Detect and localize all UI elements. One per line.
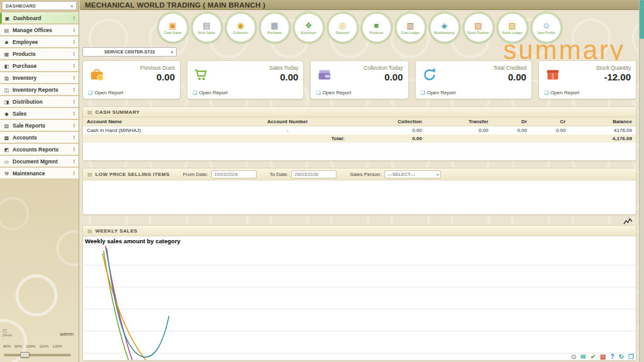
stat-card-label: Collection Today <box>364 65 402 71</box>
main-area: MECHANICAL WORLD TRADING ( MAIN BRANCH )… <box>80 0 639 362</box>
bookkeeping-button[interactable]: ◈ Bookkeeping <box>430 13 459 42</box>
menu-item-icon: ◩ <box>3 147 10 153</box>
chart-icon-row <box>80 215 639 225</box>
statusbar-icons: ⊙ ✉ ✔ ▤ ? ↻ ❒ <box>571 353 634 360</box>
low-price-items-panel: ▤ LOW PRICE SELLING ITEMS From Date: To … <box>82 168 636 215</box>
expand-arrows-icon: ▲▼ <box>73 16 75 21</box>
service-center-value: SERVICE CENTER-ST23 <box>104 50 155 54</box>
stat-cards-row: Previous Dues 0.00 ❏ Open Report <box>82 60 636 99</box>
sidebar-item-purchase[interactable]: ◧ Purchase ▲▼ <box>0 60 79 72</box>
menu-item-label: Document Mgmnt <box>13 158 58 165</box>
open-report-link[interactable]: ❏ Open Report <box>544 90 579 96</box>
sidebar-item-accounts[interactable]: ▩ Accounts ▲▼ <box>0 132 79 143</box>
sidebar-item-sales[interactable]: ◆ Sales ▲▼ <box>0 108 79 119</box>
open-report-link[interactable]: ❏ Open Report <box>192 90 228 96</box>
menu-item-label: Accounts Reports <box>13 146 58 153</box>
purchase-button[interactable]: ▦ Purchase <box>260 13 289 42</box>
zoom-label[interactable]: 100% <box>26 344 35 348</box>
menu-item-icon: ☻ <box>3 40 10 45</box>
zoom-slider[interactable] <box>4 354 71 356</box>
expenses-button[interactable]: ❖ Expenses <box>294 13 323 42</box>
refresh-icon[interactable]: ↻ <box>619 353 624 360</box>
zoom-label[interactable]: 90% <box>14 344 22 348</box>
menu-item-icon: ▥ <box>3 75 10 81</box>
sidebar-menu: ▣ Dashboard ▲▼ ▤ Manage Offices ▲▼ ☻ Emp… <box>0 13 79 179</box>
sidebar-item-accounts-reports[interactable]: ◩ Accounts Reports ▲▼ <box>0 144 79 155</box>
open-report-link[interactable]: ❏ Open Report <box>88 90 123 96</box>
zoom-label[interactable]: 80% <box>3 344 11 348</box>
from-date-label: From Date: <box>183 172 208 177</box>
quick-action-icon: ☺ <box>542 21 550 30</box>
from-date-input[interactable] <box>211 170 257 178</box>
print-icon[interactable]: ▤ <box>600 353 606 360</box>
expand-arrows-icon: ▲▼ <box>73 123 75 128</box>
sidebar-item-dashboard[interactable]: ▣ Dashboard ▲▼ <box>0 13 79 24</box>
zoom-slider-thumb[interactable] <box>20 352 30 358</box>
cell-dr: 0.00 <box>492 126 531 135</box>
zoom-label[interactable]: 110% <box>39 344 48 348</box>
panel-empty-space <box>83 143 636 160</box>
user-profile-button[interactable]: ☺ User Profile <box>532 13 561 42</box>
line-chart-icon[interactable] <box>623 218 633 225</box>
sales-person-select[interactable]: ---SELECT--- ▾ <box>384 170 441 178</box>
menu-item-label: Employee <box>13 39 38 45</box>
series-orange <box>103 253 146 360</box>
help-icon[interactable]: ? <box>611 353 614 360</box>
menu-item-label: Accounts <box>13 134 37 141</box>
collection-button[interactable]: ◉ Collection <box>226 13 255 42</box>
stat-card-value: 0.00 <box>140 72 175 82</box>
quick-action-label: Collection <box>233 31 248 35</box>
scrollbar-thumb[interactable] <box>640 0 644 39</box>
stat-card-value: -12.00 <box>596 72 631 82</box>
multi-sales-button[interactable]: ▤ Multi Sales <box>192 13 221 42</box>
stat-card-label: Stock Quantity <box>596 65 631 71</box>
sidebar-item-distribution[interactable]: ◨ Distribution ▲▼ <box>0 96 79 107</box>
vertical-scrollbar[interactable] <box>639 0 644 362</box>
fullscreen-icon[interactable]: ❒ <box>628 353 634 360</box>
quick-action-icon: ◈ <box>441 21 448 30</box>
grid-icon: ▤ <box>87 109 92 115</box>
sidebar-item-sale-reports[interactable]: ▧ Sale Reports ▲▼ <box>0 120 79 131</box>
sidebar-item-inventory[interactable]: ▥ Inventory ▲▼ <box>0 72 79 84</box>
menu-item-label: Manage Offices <box>13 27 52 33</box>
sidebar-item-inventory-reports[interactable]: ◫ Inventory Reports ▲▼ <box>0 84 79 96</box>
cash-summary-panel: ▤ CASH SUMMARY Account NameAccount Numbe… <box>82 106 636 161</box>
open-report-link[interactable]: ❏ Open Report <box>316 90 351 96</box>
sidebar-item-manage-offices[interactable]: ▤ Manage Offices ▲▼ <box>0 25 79 36</box>
report-icon: ❏ <box>192 90 197 96</box>
sidebar-module-select[interactable]: DASHBOARD ▾ <box>2 1 77 10</box>
cust-ledger-button[interactable]: ▥ Cust.Ledger <box>396 13 425 42</box>
stat-card-label: Total Credited <box>493 65 526 71</box>
menu-item-icon: ◧ <box>3 63 10 69</box>
power-icon[interactable]: ⊙ <box>571 353 576 360</box>
stock-ledger-button[interactable]: ▨ Stock Ledger <box>498 13 527 42</box>
report-icon: ❏ <box>316 90 320 96</box>
quick-action-label: Stock Ledger <box>502 31 522 35</box>
zoom-label[interactable]: 120% <box>52 344 62 348</box>
open-report-link[interactable]: ❏ Open Report <box>421 90 456 96</box>
service-center-select[interactable]: SERVICE CENTER-ST23 ▾ <box>82 47 177 57</box>
quick-action-icon: ▤ <box>203 21 210 30</box>
table-total-row: Total: 0.00 4,176.09 <box>83 134 636 143</box>
to-date-input[interactable] <box>291 170 336 178</box>
quick-action-icon: ▥ <box>406 21 414 30</box>
quick-action-icon: ▣ <box>169 21 176 30</box>
cash-sales-button[interactable]: ▣ Cash Sales <box>158 13 187 42</box>
report-icon: ❏ <box>421 90 425 96</box>
discount-button[interactable]: ◎ Discount <box>328 13 357 42</box>
stock-position-button[interactable]: ▧ Stock Position <box>464 13 493 42</box>
sidebar-item-maintenance[interactable]: ⚒ Maintenance ▲▼ <box>0 168 79 179</box>
quick-action-label: Expenses <box>301 31 316 35</box>
check-icon[interactable]: ✔ <box>591 353 596 360</box>
sidebar-item-employee[interactable]: ☻ Employee ▲▼ <box>0 36 79 48</box>
products-button[interactable]: ■ Products <box>362 13 391 42</box>
sidebar-item-document-mgmnt[interactable]: ▭ Document Mgmnt ▲▼ <box>0 156 79 167</box>
sidebar-item-products[interactable]: ▦ Products ▲▼ <box>0 48 79 60</box>
quick-action-label: Discount <box>336 31 349 35</box>
table-row: Cash in Hand (MINHAJ) - 0.00 0.00 0.00 0… <box>83 126 636 135</box>
cell-transfer: 0.00 <box>426 126 492 135</box>
message-icon[interactable]: ✉ <box>580 353 586 360</box>
menu-item-label: Inventory Reports <box>13 87 58 93</box>
table-column-header: Collection <box>348 118 426 126</box>
chevron-down-icon: ▾ <box>71 4 73 8</box>
